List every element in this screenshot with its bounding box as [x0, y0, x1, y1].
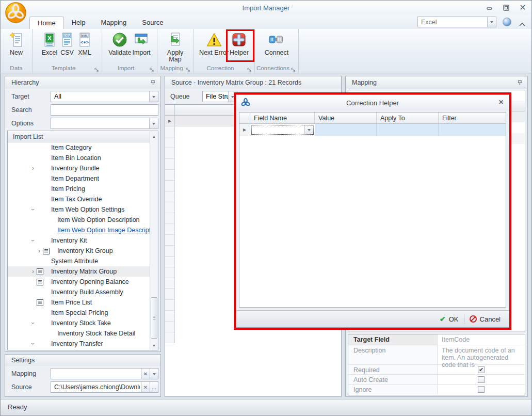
grid-row-selector-cell[interactable] — [165, 300, 175, 311]
value-cell[interactable] — [315, 124, 377, 136]
tree-item[interactable]: Item Pricing — [8, 184, 150, 194]
grid-row-selector-cell[interactable] — [165, 170, 175, 181]
new-button[interactable]: New — [8, 30, 25, 66]
mapping-dropdown-button[interactable] — [150, 368, 158, 379]
tree-item[interactable]: ›Inventory Kit — [8, 235, 150, 246]
expander-expanded-icon[interactable]: › — [29, 237, 37, 244]
tree-item[interactable]: Item Tax Override — [8, 194, 150, 204]
options-combo[interactable] — [51, 118, 158, 129]
grid-row-selector-cell[interactable] — [165, 311, 175, 322]
scroll-down-icon[interactable]: ▼ — [150, 341, 158, 349]
expander-expanded-icon[interactable]: › — [29, 340, 37, 347]
ignore-checkbox[interactable] — [478, 386, 485, 393]
column-header-filter[interactable]: Filter — [439, 113, 506, 124]
dialog-launcher-icon[interactable] — [94, 66, 100, 71]
tree-item[interactable]: System Attribute — [8, 256, 150, 266]
close-button[interactable]: ✕ — [519, 4, 526, 11]
grid-row-selector-cell[interactable] — [165, 267, 175, 278]
tree-item[interactable]: ›Inventory Kit Group — [8, 246, 150, 256]
grid-row-selector-cell[interactable] — [165, 191, 175, 202]
tree-item[interactable]: ›Inventory Stock Take — [8, 318, 150, 328]
grid-row-selector-cell[interactable] — [165, 126, 175, 137]
browse-ellipsis-button[interactable]: … — [150, 381, 158, 393]
grid-row-selector-cell[interactable] — [165, 322, 175, 332]
tab-source[interactable]: Source — [134, 17, 171, 29]
combo-dropdown-button[interactable] — [149, 91, 158, 102]
column-header-value[interactable]: Value — [315, 113, 377, 124]
ok-button[interactable]: ✔ OK — [434, 313, 464, 325]
scrollbar-thumb[interactable] — [151, 297, 157, 339]
grid-row-selector-cell[interactable] — [165, 213, 175, 224]
helper-button[interactable]: Helper — [230, 30, 249, 66]
tree-item[interactable]: Inventory Opening Balance — [8, 277, 150, 287]
source-field[interactable]: C:\Users\james.chiong\Downloa... — [51, 381, 141, 393]
clear-icon[interactable]: ✕ — [141, 368, 150, 379]
close-icon[interactable]: ✕ — [498, 99, 504, 106]
tree-item[interactable]: Item Category — [8, 142, 150, 153]
expander-collapsed-icon[interactable]: › — [36, 247, 43, 254]
quick-template-combo[interactable]: Excel — [417, 17, 496, 27]
grid-row-selector-cell[interactable] — [165, 148, 175, 159]
tree-item[interactable]: ›Inventory Bundle — [8, 163, 150, 173]
collapse-ribbon-button[interactable] — [519, 19, 525, 28]
validate-button[interactable]: Validate — [108, 30, 131, 66]
scroll-up-icon[interactable]: ▲ — [150, 132, 158, 140]
mapping-input[interactable] — [51, 369, 141, 379]
cancel-button[interactable]: Cancel — [464, 313, 506, 325]
column-header-apply-to[interactable]: Apply To — [377, 113, 439, 124]
tree-item[interactable]: Inventory Transfer Detail — [8, 349, 150, 350]
tree-item[interactable]: Item Special Pricing — [8, 308, 150, 318]
grid-row-selector-cell[interactable] — [165, 246, 175, 257]
grid-row-selector-cell[interactable] — [165, 289, 175, 300]
expander-expanded-icon[interactable]: › — [29, 206, 37, 213]
expander-expanded-icon[interactable]: › — [29, 319, 37, 327]
required-checkbox[interactable] — [478, 366, 485, 373]
xml-button[interactable]: XML<●> XML — [76, 30, 93, 66]
target-combo[interactable]: All — [51, 91, 158, 102]
grid-row-selector-cell[interactable] — [165, 224, 175, 235]
tree-item[interactable]: Item Web Option Description — [8, 215, 150, 225]
combo-dropdown-button[interactable] — [487, 17, 496, 27]
dialog-launcher-icon[interactable] — [150, 66, 155, 71]
expander-collapsed-icon[interactable]: › — [29, 268, 37, 275]
apply-to-cell[interactable] — [377, 124, 439, 136]
tree-item[interactable]: Item Web Option Image Description — [8, 225, 150, 235]
minimize-button[interactable] — [486, 4, 493, 11]
connect-button[interactable]: Connect — [265, 30, 289, 66]
grid-row-selector-cell[interactable] — [165, 202, 175, 213]
tree-item[interactable]: ›Item Web Option Settings — [8, 204, 150, 215]
tree-item[interactable]: Item Bin Location — [8, 153, 150, 163]
dialog-launcher-icon[interactable] — [186, 66, 191, 71]
globe-orb-button[interactable] — [503, 18, 511, 26]
editor-dropdown-button[interactable] — [304, 125, 313, 134]
dialog-launcher-icon[interactable] — [291, 66, 296, 71]
expander-collapsed-icon[interactable]: › — [29, 165, 37, 172]
pin-icon[interactable] — [150, 79, 156, 88]
filter-cell[interactable] — [439, 124, 506, 136]
excel-button[interactable]: X Excel — [41, 30, 58, 66]
queue-combo[interactable]: File Struc... — [202, 91, 237, 102]
tree-scrollbar[interactable]: ▲ ▼ — [150, 131, 158, 350]
next-error-button[interactable]: Next Error — [199, 30, 229, 66]
field-name-editor[interactable] — [251, 125, 314, 135]
column-header-field-name[interactable]: Field Name — [250, 113, 315, 124]
apply-map-button[interactable]: Apply Map — [167, 30, 184, 66]
tree-item[interactable]: ›Inventory Transfer — [8, 339, 150, 349]
app-logo-icon[interactable] — [5, 2, 27, 24]
tab-mapping[interactable]: Mapping — [93, 17, 134, 29]
grid-row-selector-cell[interactable] — [165, 181, 175, 191]
tree-item[interactable]: Item Department — [8, 173, 150, 184]
tree-item[interactable]: Item Price List — [8, 297, 150, 308]
dialog-launcher-icon[interactable] — [247, 66, 252, 71]
maximize-button[interactable] — [503, 4, 510, 11]
tab-home[interactable]: Home — [29, 17, 64, 30]
auto-create-checkbox[interactable] — [478, 376, 485, 383]
grid-row-selector-cell[interactable] — [165, 137, 175, 148]
tree-item[interactable]: ›Inventory Matrix Group — [8, 266, 150, 277]
grid-row-selector-cell[interactable] — [165, 235, 175, 246]
combo-dropdown-button[interactable] — [149, 118, 158, 129]
tree-item[interactable]: Inventory Stock Take Detail — [8, 328, 150, 339]
grid-row-selector-cell[interactable] — [165, 332, 175, 343]
pin-icon[interactable] — [517, 79, 523, 88]
grid-row-selector-cell[interactable] — [165, 257, 175, 267]
